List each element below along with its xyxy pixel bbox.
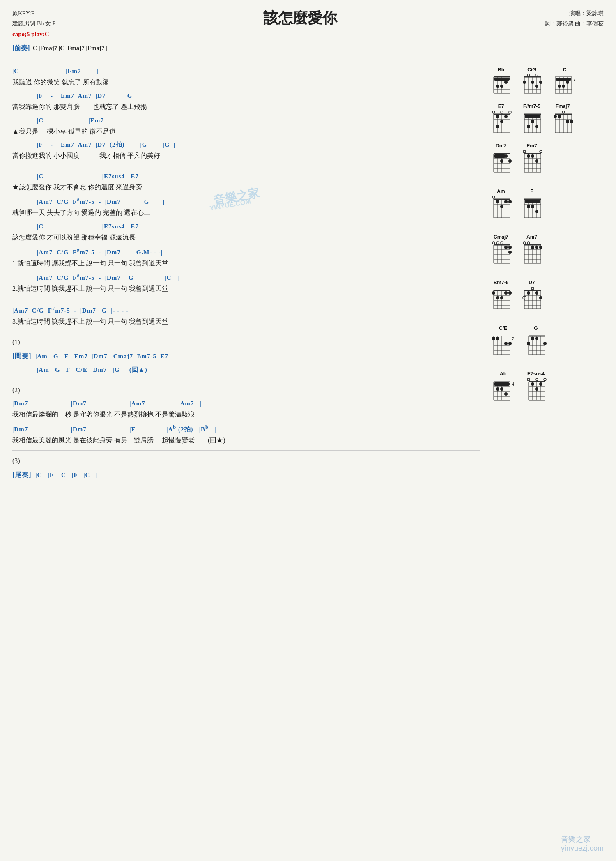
chorus-chord1: |C |E7sus4 E7 |: [12, 171, 480, 181]
svg-point-104: [508, 159, 512, 163]
svg-point-26: [523, 81, 526, 84]
svg-point-236: [531, 337, 534, 340]
chord-G-svg: [525, 332, 547, 359]
chord-C-svg: 7: [552, 74, 577, 97]
svg-point-61: [504, 115, 508, 118]
intro-label: [前奏]: [12, 44, 30, 51]
svg-point-269: [535, 387, 538, 391]
svg-point-146: [527, 205, 530, 208]
verse1-chord2: |F - Em7 Am7 |D7 G |: [12, 91, 480, 101]
svg-point-255: [536, 378, 538, 381]
header-left: 原KEY:F 建議男調:Bb 女:F capo;5 play:C: [12, 8, 55, 40]
page: 原KEY:F 建議男調:Bb 女:F capo;5 play:C 該怎麼愛你 演…: [0, 0, 616, 861]
chord-Fsharp-m7-5-name: F#m7-5: [523, 104, 540, 109]
svg-point-251: [496, 387, 499, 391]
svg-point-87: [554, 115, 557, 118]
svg-point-178: [535, 246, 538, 249]
chord-Am7-name: Am7: [526, 234, 537, 240]
chord-row-4: Am: [489, 189, 604, 222]
interlude-block: (1) [間奏] |Am G F Em7 |Dm7 Cmaj7 Bm7-5 E7…: [12, 337, 480, 374]
chord-F-name: F: [530, 189, 533, 194]
verse1-lyric2: 當我靠過你的 那雙肩膀 也就忘了 塵土飛揚: [12, 101, 480, 112]
chord-Dm7-svg: [490, 150, 512, 176]
lyrics-section: |C |Em7 | 我聽過 你的微笑 就忘了 所有動盪 |F - Em7 Am7…: [12, 63, 489, 484]
chord-CE-svg: 2: [490, 332, 516, 359]
svg-point-120: [492, 196, 495, 198]
outro-block: (3) [尾奏] |C |F |C |F |C |: [12, 456, 480, 480]
intro-line: [前奏] |C |Fmaj7 |C |Fmaj7 |Fmaj7 |: [12, 44, 604, 53]
svg-point-267: [531, 382, 534, 386]
chorus-lyric1: ★該怎麼愛你 我才不會忘 你的溫度 來過身旁: [12, 182, 480, 193]
svg-rect-10: [494, 78, 510, 81]
section2-chord1: |Dm7 |Dm7 |Am7 |Am7 |: [12, 398, 480, 408]
main-content: |C |Em7 | 我聽過 你的微笑 就忘了 所有動盪 |F - Em7 Am7…: [12, 63, 604, 484]
chorus-chord2: |Am7 C/G F#m7-5 - |Dm7 G |: [12, 196, 480, 207]
separator-6: [12, 450, 480, 451]
chord-Am-name: Am: [497, 189, 505, 194]
chord-row-7: C/E 2: [489, 325, 604, 359]
svg-point-177: [531, 246, 534, 249]
svg-point-75: [535, 125, 538, 128]
suggestion: 建議男調:Bb 女:F: [12, 18, 55, 29]
separator-1: [12, 58, 604, 58]
svg-point-193: [504, 291, 508, 295]
verse1-chord3: |C |Em7 |: [12, 115, 480, 125]
chord-Ab-svg: 4: [490, 378, 516, 404]
chord-F-svg: [521, 195, 542, 222]
svg-point-132: [500, 205, 503, 208]
section2-lyric2: 我相信最美麗的風光 是在彼此身旁 有另一雙肩膀 一起慢慢變老 (回★): [12, 435, 480, 446]
svg-point-74: [531, 120, 534, 123]
chord-row-2: E7: [489, 104, 604, 137]
svg-point-224: [508, 342, 512, 345]
chord-CG-name: C/G: [527, 67, 536, 73]
svg-point-223: [504, 342, 508, 345]
chord-Bm7-5-svg: [490, 286, 512, 313]
verse1-lyric3: ▲我只是 一棵小草 孤單的 微不足道: [12, 126, 480, 137]
chorus-chord3: |C |E7sus4 E7 |: [12, 221, 480, 231]
chord-Bb-name: Bb: [498, 67, 504, 73]
verse1-lyric4: 當你搬進我的 小小國度 我才相信 平凡的美好: [12, 150, 480, 161]
chord-D7: D7: [521, 280, 542, 313]
header: 原KEY:F 建議男調:Bb 女:F capo;5 play:C 該怎麼愛你 演…: [12, 8, 604, 40]
svg-point-45: [492, 111, 495, 113]
svg-point-11: [496, 85, 499, 88]
section2-label: (2): [12, 385, 480, 396]
chord-row-1: Bb: [489, 67, 604, 97]
svg-point-42: [558, 85, 561, 88]
svg-point-89: [566, 120, 569, 123]
chord-Am7: Am7: [521, 234, 542, 267]
verse1-lyric1: 我聽過 你的微笑 就忘了 所有動盪: [12, 77, 480, 87]
svg-point-151: [501, 242, 503, 244]
chord-E7sus4-name: E7sus4: [527, 371, 545, 377]
svg-point-162: [504, 246, 508, 249]
chord-CG: C/G: [521, 67, 542, 97]
song-title: 該怎麼愛你: [55, 8, 545, 28]
chorus-lyric2: 就算哪一天 失去了方向 愛過的 完整的 還在心上: [12, 207, 480, 218]
svg-point-76: [562, 111, 565, 113]
chorus-chord4: |Am7 C/G F#m7-5 - |Dm7 G.M- - -|: [12, 246, 480, 257]
interlude-label-1: (1): [12, 337, 480, 348]
svg-point-12: [500, 85, 503, 88]
svg-point-133: [504, 200, 508, 203]
svg-point-24: [527, 74, 530, 76]
chord-Fmaj7: Fmaj7: [552, 104, 573, 137]
svg-point-58: [496, 115, 499, 118]
svg-point-163: [508, 251, 512, 254]
chord-Fsharp-m7-5: F#m7-5: [521, 104, 542, 137]
capo-info: capo;5 play:C: [12, 29, 55, 40]
svg-point-256: [544, 378, 546, 381]
intro-chords: |C |Fmaj7 |C |Fmaj7 |Fmaj7 |: [31, 45, 107, 51]
outro-chords: [尾奏] |C |F |C |F |C |: [12, 470, 480, 480]
header-right: 演唱：梁詠琪 詞：鄭裕農 曲：李偲菘: [545, 8, 604, 29]
svg-point-235: [527, 342, 530, 345]
svg-point-253: [504, 392, 508, 396]
performer: 演唱：梁詠琪: [545, 8, 604, 18]
svg-point-131: [496, 200, 499, 203]
chord-diagrams-section: Bb: [489, 63, 604, 484]
svg-point-208: [539, 296, 542, 299]
separator-5: [12, 380, 480, 380]
svg-point-207: [535, 291, 538, 295]
svg-point-254: [527, 378, 530, 381]
verse1-chord1: |C |Em7 |: [12, 66, 480, 76]
svg-point-191: [496, 296, 499, 299]
